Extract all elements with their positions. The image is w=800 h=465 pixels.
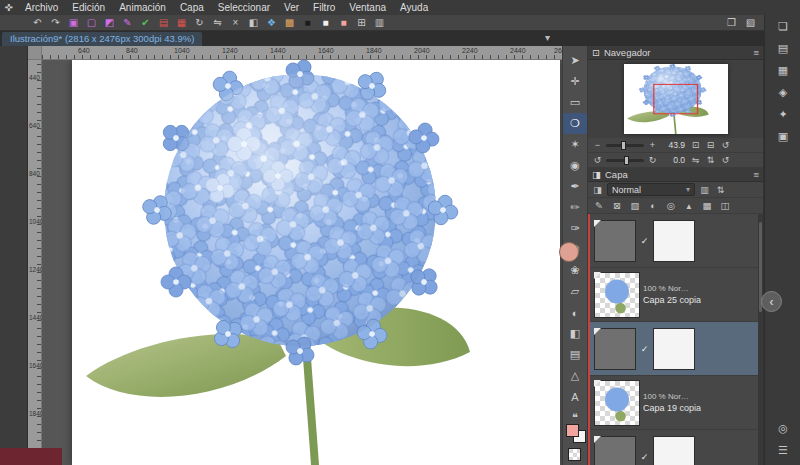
opacity-icon[interactable]: ▥ (698, 184, 711, 196)
layer-row[interactable]: 100 % Normal Capa 19 copia (590, 376, 763, 430)
tool-move[interactable]: ✛ (563, 71, 587, 92)
material-3d-icon[interactable]: ▣ (765, 125, 800, 147)
material-image-icon[interactable]: ✦ (765, 103, 800, 125)
current-color-indicator[interactable] (559, 242, 579, 262)
tool-eraser[interactable]: ▱ (563, 281, 587, 302)
tool-operation[interactable]: ➤ (563, 50, 587, 71)
document-tab[interactable]: Ilustración9* (2816 x 2476px 300dpi 43.9… (2, 32, 202, 46)
deselect-icon[interactable]: ▢ (84, 16, 99, 30)
material-monochrome-icon[interactable]: ▦ (765, 59, 800, 81)
layer-row[interactable]: 100 % Normal Capa 25 copia (590, 268, 763, 322)
canvas-viewport[interactable] (42, 60, 562, 465)
layer-name[interactable]: Capa 25 copia (643, 295, 701, 305)
selection-pen-icon[interactable]: ✎ (120, 16, 135, 30)
lock-layer-icon[interactable]: ⊠ (610, 199, 624, 212)
foreground-color-swatch[interactable] (566, 424, 579, 437)
layer-thumbnail[interactable] (594, 436, 636, 465)
menu-ayuda[interactable]: Ayuda (393, 2, 435, 13)
zoom-out-button[interactable]: − (591, 139, 604, 151)
clear-icon[interactable]: × (228, 16, 243, 30)
pattern-icon[interactable]: ▩ (282, 16, 297, 30)
invert-selection-icon[interactable]: ◩ (102, 16, 117, 30)
draw-color-swatch[interactable]: ■ (336, 16, 351, 30)
zoom-in-button[interactable]: + (646, 139, 659, 151)
mask-icon[interactable]: ◐ (646, 199, 660, 212)
actual-size-button[interactable]: ⊟ (704, 139, 717, 151)
layer-thumbnail[interactable] (594, 380, 640, 426)
layer-row[interactable]: ✓ (590, 214, 763, 268)
tool-figure[interactable]: △ (563, 365, 587, 386)
layer-name[interactable]: Capa 19 copia (643, 403, 701, 413)
tool-fill[interactable]: ◧ (563, 323, 587, 344)
material-search-icon[interactable]: ◎ (765, 417, 800, 439)
guides-icon[interactable]: ▥ (372, 16, 387, 30)
main-color-swatch[interactable]: ■ (300, 16, 315, 30)
layer-thumbnail[interactable] (594, 272, 640, 318)
layer-list-scrollbar[interactable] (758, 214, 763, 465)
rotate-slider-handle[interactable] (624, 156, 629, 165)
canvas[interactable] (72, 60, 560, 465)
sub-color-swatch[interactable]: ■ (318, 16, 333, 30)
reset-rotation-button[interactable]: ↺ (719, 154, 732, 166)
layer-mask-thumbnail[interactable] (653, 328, 695, 370)
snap-to-ruler-icon[interactable]: ▤ (156, 16, 171, 30)
menu-animacion[interactable]: Animación (112, 2, 173, 13)
rotate-cw-button[interactable]: ↻ (646, 154, 659, 166)
material-color-icon[interactable]: ▤ (765, 37, 800, 59)
color-wheel-icon[interactable]: ❖ (264, 16, 279, 30)
flip-vertical-button[interactable]: ⇅ (704, 154, 717, 166)
panel-menu-icon[interactable]: ≡ (753, 47, 759, 58)
workspace-icon[interactable]: ▧ (743, 16, 758, 30)
tool-decoration[interactable]: ❀ (563, 260, 587, 281)
tool-lasso[interactable]: ❍ (563, 113, 587, 134)
zoom-slider[interactable] (606, 144, 644, 147)
zoom-slider-handle[interactable] (621, 141, 626, 150)
tool-pen[interactable]: ✒ (563, 176, 587, 197)
layer-thumbnail[interactable] (594, 328, 636, 370)
material-manga-icon[interactable]: ◈ (765, 81, 800, 103)
tool-blend[interactable]: ◐ (563, 302, 587, 323)
frame-border-icon[interactable]: ▦ (700, 199, 714, 212)
two-pane-view-icon[interactable]: ◫ (718, 199, 732, 212)
menu-ventana[interactable]: Ventana (342, 2, 393, 13)
undo-icon[interactable]: ↶ (30, 16, 45, 30)
layer-order-icon[interactable]: ⇅ (714, 184, 727, 196)
snap-enabled-icon[interactable]: ✔ (138, 16, 153, 30)
material-list-icon[interactable]: ☰ (765, 439, 800, 461)
blend-mode-select[interactable]: Normal ▾ (607, 183, 695, 196)
rotate-slider[interactable] (606, 159, 644, 162)
menu-edicion[interactable]: Edición (65, 2, 112, 13)
layer-check-icon[interactable]: ✓ (639, 452, 650, 462)
menu-seleccionar[interactable]: Seleccionar (211, 2, 277, 13)
flip-view-icon[interactable]: ⇋ (210, 16, 225, 30)
edit-layer-icon[interactable]: ✎ (592, 199, 606, 212)
layer-ruler-icon[interactable]: ▴ (682, 199, 696, 212)
reset-zoom-button[interactable]: ↺ (719, 139, 732, 151)
layer-row[interactable]: ✓ (590, 430, 763, 465)
marquee-select-icon[interactable]: ▣ (66, 16, 81, 30)
tool-text[interactable]: A (563, 386, 587, 407)
redo-icon[interactable]: ↷ (48, 16, 63, 30)
tool-pencil[interactable]: ✏ (563, 197, 587, 218)
fit-to-window-button[interactable]: ⊡ (689, 139, 702, 151)
reference-layer-icon[interactable]: ◎ (664, 199, 678, 212)
layer-check-icon[interactable]: ✓ (639, 344, 650, 354)
snap-to-grid-icon[interactable]: ▦ (174, 16, 189, 30)
layer-mask-thumbnail[interactable] (653, 220, 695, 262)
panel-menu-icon[interactable]: ≡ (753, 169, 759, 180)
layer-row-selected[interactable]: ✓ (590, 322, 763, 376)
tool-magic-wand[interactable]: ✶ (563, 134, 587, 155)
rotate-view-icon[interactable]: ↻ (192, 16, 207, 30)
navigator-preview[interactable] (624, 64, 728, 134)
tool-marquee[interactable]: ▭ (563, 92, 587, 113)
grid-icon[interactable]: ⊞ (354, 16, 369, 30)
menu-archivo[interactable]: Archivo (18, 2, 65, 13)
lock-alpha-icon[interactable]: ▨ (628, 199, 642, 212)
tool-gradient[interactable]: ▤ (563, 344, 587, 365)
tool-eyedropper[interactable]: ◉ (563, 155, 587, 176)
hide-palettes-icon[interactable]: ❐ (724, 16, 739, 30)
menu-capa[interactable]: Capa (173, 2, 211, 13)
menu-filtro[interactable]: Filtro (306, 2, 342, 13)
layer-thumbnail[interactable] (594, 220, 636, 262)
quick-access-icon[interactable]: ❏ (765, 15, 800, 37)
